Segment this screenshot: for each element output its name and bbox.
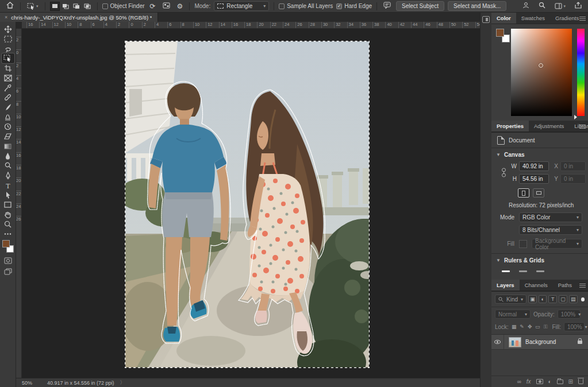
- subtract-from-selection-icon[interactable]: [72, 2, 82, 11]
- color-field[interactable]: [511, 29, 572, 116]
- new-selection-icon[interactable]: [50, 2, 60, 11]
- horizontal-ruler[interactable]: 1614121086420246810121416182022242628303…: [22, 22, 480, 29]
- tab-properties[interactable]: Properties: [491, 121, 529, 131]
- vertical-ruler[interactable]: 202468101214161820222426: [16, 29, 22, 378]
- lock-all-icon[interactable]: ⚿: [543, 324, 548, 330]
- object-selection-tool-icon[interactable]: [2, 53, 14, 63]
- blur-tool-icon[interactable]: [2, 151, 14, 161]
- width-field[interactable]: 40.92 in: [519, 161, 549, 171]
- new-group-icon[interactable]: [557, 380, 563, 384]
- type-tool-icon[interactable]: T: [2, 180, 14, 190]
- panel-menu-icon[interactable]: [579, 16, 586, 22]
- lasso-tool-icon[interactable]: [2, 44, 14, 53]
- canvas-section-header[interactable]: ▼ Canvas: [491, 148, 588, 160]
- x-field[interactable]: 0 in: [560, 161, 586, 171]
- show-all-objects-icon[interactable]: [161, 0, 172, 13]
- pixel-filter-icon[interactable]: ▣: [528, 295, 537, 303]
- layer-mask-icon[interactable]: [536, 379, 543, 384]
- filter-toggle-icon[interactable]: [581, 297, 585, 301]
- grid-toggle-button[interactable]: [517, 268, 529, 274]
- pasteboard[interactable]: [22, 29, 480, 378]
- move-tool-icon[interactable]: [2, 24, 14, 34]
- lock-transparency-icon[interactable]: ▦: [512, 324, 517, 330]
- home-icon[interactable]: [5, 0, 16, 13]
- fill-color-box[interactable]: [519, 240, 527, 248]
- gradient-tool-icon[interactable]: [2, 141, 14, 151]
- panel-color-swatches[interactable]: [496, 29, 510, 42]
- object-finder-checkbox[interactable]: Object Finder: [102, 3, 145, 9]
- clone-stamp-tool-icon[interactable]: [2, 112, 14, 122]
- hue-slider-arrow[interactable]: [574, 115, 577, 119]
- link-dimensions-icon[interactable]: [499, 167, 508, 179]
- fill-dropdown[interactable]: Background Color ▾: [532, 239, 582, 249]
- hard-edge-checkbox[interactable]: ✓ Hard Edge: [336, 3, 372, 9]
- frame-tool-icon[interactable]: [2, 73, 14, 83]
- delete-layer-icon[interactable]: [578, 379, 583, 384]
- rectangle-tool-icon[interactable]: [2, 200, 14, 210]
- healing-brush-tool-icon[interactable]: [2, 92, 14, 102]
- layer-row-background[interactable]: Background: [491, 335, 588, 350]
- eyedropper-tool-icon[interactable]: [2, 83, 14, 92]
- refresh-object-finder-icon[interactable]: ⟳: [148, 0, 157, 13]
- screen-mode-icon[interactable]: [2, 266, 14, 276]
- panel-menu-icon[interactable]: [579, 123, 586, 130]
- adjustment-layer-icon[interactable]: ◐: [548, 378, 552, 385]
- select-and-mask-button[interactable]: Select and Mask...: [448, 1, 506, 11]
- layer-name[interactable]: Background: [525, 339, 556, 345]
- adjustment-filter-icon[interactable]: ◐: [539, 295, 547, 303]
- y-field[interactable]: 0 in: [560, 174, 586, 184]
- tab-paths[interactable]: Paths: [553, 280, 577, 291]
- account-icon[interactable]: [521, 0, 531, 13]
- marquee-tool-icon[interactable]: [2, 34, 14, 44]
- brush-tool-icon[interactable]: [2, 102, 14, 112]
- shape-filter-icon[interactable]: ▢: [559, 295, 567, 303]
- rulers-grids-section-header[interactable]: ▼ Rulers & Grids: [491, 253, 588, 266]
- lock-position-icon[interactable]: ✥: [527, 324, 532, 330]
- lock-icon[interactable]: [578, 340, 582, 344]
- search-icon[interactable]: [537, 0, 547, 13]
- intersect-selection-icon[interactable]: [83, 2, 93, 11]
- mode-dropdown[interactable]: Rectangle ▾: [214, 1, 269, 11]
- feedback-icon[interactable]: [382, 0, 393, 13]
- color-swatches[interactable]: [2, 240, 14, 253]
- fill-dropdown[interactable]: 100% ▾: [564, 322, 585, 331]
- hue-slider[interactable]: [577, 29, 585, 116]
- select-subject-button[interactable]: Select Subject: [396, 1, 444, 11]
- tab-channels[interactable]: Channels: [520, 280, 553, 291]
- crop-tool-icon[interactable]: [2, 63, 14, 73]
- zoom-level[interactable]: 50%: [22, 380, 32, 386]
- panel-menu-icon[interactable]: [579, 282, 586, 289]
- share-icon[interactable]: [573, 0, 583, 13]
- dodge-tool-icon[interactable]: [2, 161, 14, 171]
- edit-toolbar-ellipsis-icon[interactable]: [2, 229, 14, 239]
- tab-swatches[interactable]: Swatches: [516, 13, 550, 24]
- close-icon[interactable]: ×: [5, 14, 7, 20]
- document-tab[interactable]: × chris-hardy-_ViDPYQXrdY-unsplash.jpg @…: [0, 13, 158, 22]
- layer-visibility-cell[interactable]: [491, 335, 504, 349]
- color-mode-dropdown[interactable]: RGB Color ▾: [519, 212, 582, 222]
- zoom-tool-icon[interactable]: [2, 219, 14, 229]
- status-chevron-icon[interactable]: 〉: [120, 379, 125, 386]
- layer-thumbnail[interactable]: [509, 337, 521, 347]
- quick-mask-icon[interactable]: [2, 256, 14, 265]
- link-layers-icon[interactable]: ∞: [517, 378, 521, 385]
- landscape-orientation-button[interactable]: [533, 188, 544, 198]
- layer-effects-icon[interactable]: fx: [526, 378, 531, 385]
- smart-object-filter-icon[interactable]: ▤: [569, 295, 578, 303]
- type-filter-icon[interactable]: T: [548, 295, 557, 303]
- color-field-cursor[interactable]: [539, 63, 543, 68]
- hand-tool-icon[interactable]: [2, 210, 14, 219]
- add-to-selection-icon[interactable]: [61, 2, 71, 11]
- workspace-icon[interactable]: ▾: [553, 0, 567, 13]
- tab-layers[interactable]: Layers: [491, 280, 520, 291]
- tab-adjustments[interactable]: Adjustments: [529, 121, 569, 131]
- document-canvas[interactable]: [125, 41, 370, 368]
- lock-artboard-icon[interactable]: ▭: [535, 324, 540, 330]
- new-layer-icon[interactable]: ⊞: [568, 378, 573, 385]
- tab-color[interactable]: Color: [491, 13, 516, 24]
- portrait-orientation-button[interactable]: [518, 188, 529, 198]
- gear-icon[interactable]: ⚙: [175, 0, 185, 13]
- height-field[interactable]: 54.56 in: [519, 174, 549, 184]
- foreground-color-swatch[interactable]: [496, 29, 504, 37]
- object-selection-tool-icon[interactable]: ▾: [25, 0, 40, 13]
